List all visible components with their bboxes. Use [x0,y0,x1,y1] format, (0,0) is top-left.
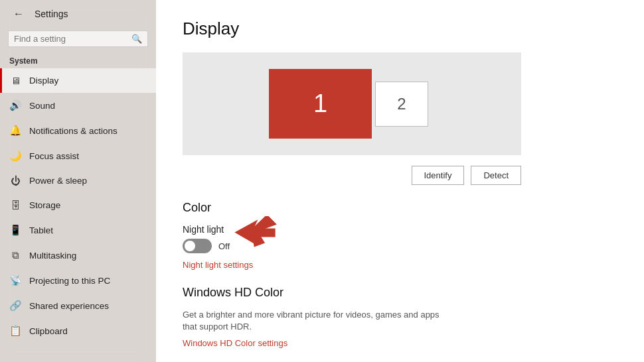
sidebar-item-power[interactable]: ⏻ Power & sleep [0,168,156,193]
shared-icon: 🔗 [9,300,21,312]
sidebar-header: ← Settings [0,0,156,28]
sidebar-item-display[interactable]: 🖥 Display [0,68,156,93]
sidebar-item-notifications[interactable]: 🔔 Notifications & actions [0,118,156,143]
search-icon[interactable]: 🔍 [131,34,142,44]
night-light-row: Night light [183,224,617,235]
night-light-toggle[interactable] [183,239,212,253]
sidebar-item-tablet[interactable]: 📱 Tablet [0,217,156,243]
sidebar-item-label: Tablet [29,225,53,235]
main-content: Display 1 2 Identify Detect Color Night … [156,0,644,362]
sidebar-item-shared[interactable]: 🔗 Shared experiences [0,293,156,318]
nav-list: 🖥 Display 🔊 Sound 🔔 Notifications & acti… [0,68,156,343]
power-icon: ⏻ [9,175,21,186]
night-light-label: Night light [183,224,224,235]
sidebar-item-label: Clipboard [29,326,68,336]
system-section-label: System [0,52,156,68]
toggle-row: Off [183,239,617,253]
sidebar-title: Settings [35,9,68,19]
sidebar-item-clipboard[interactable]: 📋 Clipboard [0,318,156,343]
projecting-icon: 📡 [9,274,21,286]
sidebar-item-label: Notifications & actions [29,126,118,136]
hd-color-settings-link[interactable]: Windows HD Color settings [183,338,617,348]
clipboard-icon: 📋 [9,325,21,337]
sidebar-item-label: Shared experiences [29,301,109,311]
color-heading: Color [183,201,617,215]
sidebar-item-label: Display [29,76,58,86]
sidebar-item-sound[interactable]: 🔊 Sound [0,93,156,118]
sidebar-item-label: Sound [29,101,55,111]
sidebar-item-label: Focus assist [29,151,79,161]
focus-icon: 🌙 [9,150,21,162]
preview-actions: Identify Detect [183,166,521,185]
sound-icon: 🔊 [9,99,21,111]
sidebar-item-multitasking[interactable]: ⧉ Multitasking [0,243,156,268]
sidebar-item-label: Multitasking [29,251,76,261]
night-light-settings-link[interactable]: Night light settings [183,260,617,270]
sidebar-item-label: Projecting to this PC [29,276,110,286]
storage-icon: 🗄 [9,200,21,211]
identify-button[interactable]: Identify [412,166,465,185]
monitor-2: 2 [375,82,428,127]
monitor-1: 1 [269,69,372,139]
sidebar-item-label: Power & sleep [29,176,87,186]
display-icon: 🖥 [9,75,21,86]
detect-button[interactable]: Detect [471,166,521,185]
hd-color-heading: Windows HD Color [183,286,617,300]
display-preview: 1 2 [183,52,521,155]
back-button[interactable]: ← [9,7,28,21]
sidebar-item-label: Storage [29,200,60,210]
sidebar-item-storage[interactable]: 🗄 Storage [0,193,156,217]
toggle-knob [185,241,195,251]
hd-color-description: Get a brighter and more vibrant picture … [183,309,448,333]
sidebar: ← Settings 🔍 System 🖥 Display 🔊 Sound 🔔 … [0,0,156,362]
search-box: 🔍 [8,30,148,47]
tablet-icon: 📱 [9,224,21,236]
search-input[interactable] [14,34,127,44]
notifications-icon: 🔔 [9,125,21,137]
page-title: Display [183,19,617,39]
multitasking-icon: ⧉ [9,249,21,261]
sidebar-item-focus[interactable]: 🌙 Focus assist [0,143,156,168]
toggle-status: Off [218,241,230,251]
sidebar-item-projecting[interactable]: 📡 Projecting to this PC [0,268,156,293]
